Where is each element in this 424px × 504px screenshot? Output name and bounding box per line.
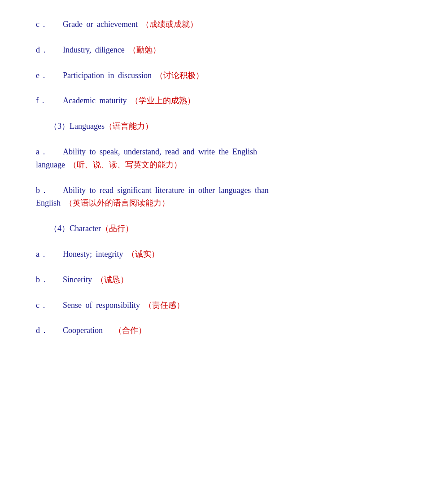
section4-item-d-english: Cooperation [63,326,103,335]
item-english-e: Participation in discussion [63,71,152,80]
section3-header: （3）Languages（语言能力） [36,120,388,133]
section3-item-a-line2: language [36,160,65,169]
section4-item-c-chinese: （责任感） [144,301,184,310]
section3-item-a-continuation: language （听、说、读、写英文的能力） [36,158,388,171]
section4-item-d-label: d． [36,324,63,337]
section3-item-b-line2: English [36,198,61,207]
item-content-d: Industry, diligence （勤勉） [63,44,388,57]
section4-item-a-content: Honesty; integrity （诚实） [63,248,388,261]
item-content-c: Grade or achievement （成绩或成就） [63,18,388,31]
section4-item-a: a． Honesty; integrity （诚实） [36,248,388,261]
list-item-e: e． Participation in discussion （讨论积极） [36,69,388,82]
section4-item-b-english: Sincerity [63,275,92,284]
section4-item-d-chinese: （合作） [114,326,146,335]
section3-item-a-line1: a． Ability to speak, understand, read an… [36,145,388,158]
item-english-d: Industry, diligence [63,45,125,54]
item-chinese-e: （讨论积极） [155,71,204,80]
item-content-f: Academic maturity （学业上的成熟） [63,94,388,107]
section4-item-c-label: c． [36,299,63,312]
section3-item-a-chinese: （听、说、读、写英文的能力） [69,160,182,169]
item-label-d: d． [36,44,63,57]
section3-item-a: a． Ability to speak, understand, read an… [36,145,388,171]
section4-header: （4）Character（品行） [36,222,388,235]
section3-item-b-line1: b． Ability to read significant literatur… [36,184,388,197]
section4-item-d: d． Cooperation （合作） [36,324,388,337]
section4-item-b: b． Sincerity （诚恳） [36,273,388,286]
section4-item-c-english: Sense of responsibility [63,301,140,310]
item-chinese-c: （成绩或成就） [141,20,198,29]
list-item-f: f． Academic maturity （学业上的成熟） [36,94,388,107]
section4-item-d-content: Cooperation （合作） [63,324,388,337]
item-label-f: f． [36,94,63,107]
section4-header-chinese: （品行） [101,224,133,233]
section3-item-a-label: a． [36,145,63,158]
item-label-e: e． [36,69,63,82]
item-content-e: Participation in discussion （讨论积极） [63,69,388,82]
list-item-c: c． Grade or achievement （成绩或成就） [36,18,388,31]
section3-item-b-label: b． [36,184,63,197]
section4-header-text: （4）Character [49,224,101,233]
list-item-d: d． Industry, diligence （勤勉） [36,44,388,57]
section4-item-a-label: a． [36,248,63,261]
section4-item-b-content: Sincerity （诚恳） [63,273,388,286]
item-chinese-f: （学业上的成熟） [131,96,195,105]
item-english-f: Academic maturity [63,96,127,105]
section3-header-chinese: （语言能力） [105,122,153,131]
section3-header-text: （3）Languages [49,122,105,131]
section4-item-c-content: Sense of responsibility （责任感） [63,299,388,312]
item-english-c: Grade or achievement [63,20,138,29]
section4-item-a-chinese: （诚实） [127,250,159,259]
section4-item-b-label: b． [36,273,63,286]
section3-item-b-chinese: （英语以外的语言阅读能力） [65,198,170,207]
section4-item-c: c． Sense of responsibility （责任感） [36,299,388,312]
section3-item-b-continuation: English （英语以外的语言阅读能力） [36,197,388,210]
section3-item-a-content: Ability to speak, understand, read and w… [63,145,388,158]
item-label-c: c． [36,18,63,31]
section4-item-a-english: Honesty; integrity [63,250,123,259]
section3-item-b-content: Ability to read significant literature i… [63,184,388,197]
item-chinese-d: （勤勉） [128,45,161,54]
section4-item-b-chinese: （诚恳） [96,275,128,284]
section3-item-b: b． Ability to read significant literatur… [36,184,388,210]
page: c． Grade or achievement （成绩或成就） d． Indus… [0,0,424,504]
